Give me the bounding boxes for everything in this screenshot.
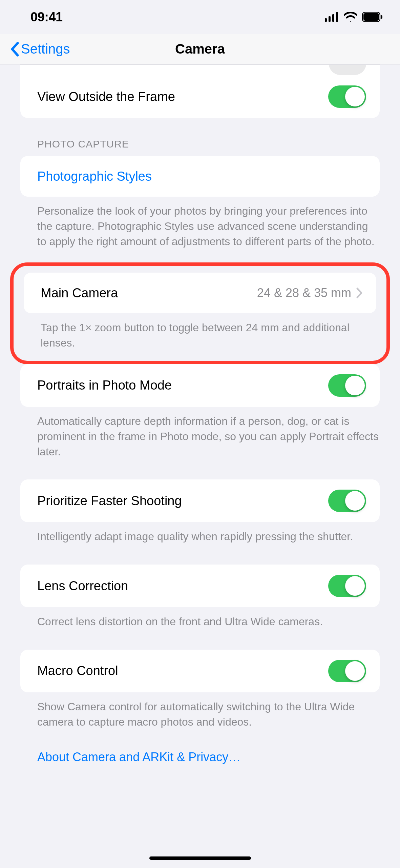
privacy-link[interactable]: About Camera and ARKit & Privacy… — [0, 730, 400, 764]
photographic-styles-row[interactable]: Photographic Styles — [20, 156, 380, 197]
chevron-right-icon — [356, 287, 363, 299]
portraits-label: Portraits in Photo Mode — [37, 378, 172, 393]
back-button[interactable]: Settings — [10, 41, 70, 57]
portraits-row[interactable]: Portraits in Photo Mode — [20, 364, 380, 407]
prioritize-footer: Intelligently adapt image quality when r… — [0, 522, 400, 544]
lens-correction-toggle[interactable] — [328, 575, 366, 597]
svg-rect-1 — [329, 16, 331, 22]
portraits-group: Portraits in Photo Mode Automatically ca… — [0, 364, 400, 459]
page-title: Camera — [175, 41, 225, 57]
main-camera-highlight: Main Camera 24 & 28 & 35 mm Tap the 1× z… — [10, 262, 390, 364]
photo-capture-group: PHOTO CAPTURE Photographic Styles Person… — [0, 118, 400, 249]
lens-correction-footer: Correct lens distortion on the front and… — [0, 607, 400, 629]
view-outside-frame-row[interactable]: View Outside the Frame — [20, 75, 380, 118]
photographic-styles-footer: Personalize the look of your photos by b… — [0, 197, 400, 249]
macro-row[interactable]: Macro Control — [20, 650, 380, 692]
prioritize-label: Prioritize Faster Shooting — [37, 494, 182, 508]
svg-rect-3 — [336, 12, 338, 22]
lens-correction-label: Lens Correction — [37, 579, 128, 593]
photo-capture-header: PHOTO CAPTURE — [0, 118, 400, 156]
cellular-icon — [325, 12, 339, 22]
macro-footer: Show Camera control for automatically sw… — [0, 692, 400, 730]
prioritize-toggle[interactable] — [328, 490, 366, 512]
main-camera-row[interactable]: Main Camera 24 & 28 & 35 mm — [24, 273, 376, 313]
status-time: 09:41 — [30, 10, 63, 24]
home-indicator — [149, 856, 251, 860]
status-bar: 09:41 — [0, 0, 400, 34]
main-camera-label: Main Camera — [41, 286, 118, 300]
photographic-styles-label: Photographic Styles — [37, 169, 152, 184]
partial-toggle — [20, 65, 380, 75]
wifi-icon — [344, 12, 357, 22]
view-outside-frame-label: View Outside the Frame — [37, 90, 175, 104]
top-partial-group: View Outside the Frame — [20, 64, 380, 118]
chevron-left-icon — [10, 42, 19, 57]
battery-icon — [362, 12, 383, 22]
content-scroll[interactable]: View Outside the Frame PHOTO CAPTURE Pho… — [0, 64, 400, 866]
svg-rect-6 — [381, 15, 382, 19]
status-icons — [325, 12, 383, 22]
svg-rect-5 — [363, 13, 379, 21]
svg-rect-0 — [325, 18, 327, 22]
lens-correction-row[interactable]: Lens Correction — [20, 565, 380, 607]
macro-group: Macro Control Show Camera control for au… — [0, 650, 400, 730]
back-label: Settings — [21, 41, 70, 57]
lens-correction-group: Lens Correction Correct lens distortion … — [0, 565, 400, 629]
main-camera-value: 24 & 28 & 35 mm — [257, 286, 351, 300]
view-outside-frame-toggle[interactable] — [328, 85, 366, 108]
prioritize-row[interactable]: Prioritize Faster Shooting — [20, 479, 380, 522]
nav-bar: Settings Camera — [0, 34, 400, 64]
macro-label: Macro Control — [37, 664, 118, 678]
macro-toggle[interactable] — [328, 660, 366, 682]
main-camera-footer: Tap the 1× zoom button to toggle between… — [20, 313, 380, 351]
svg-rect-2 — [332, 14, 334, 22]
portraits-footer: Automatically capture depth information … — [0, 407, 400, 459]
portraits-toggle[interactable] — [328, 374, 366, 397]
prioritize-group: Prioritize Faster Shooting Intelligently… — [0, 479, 400, 544]
